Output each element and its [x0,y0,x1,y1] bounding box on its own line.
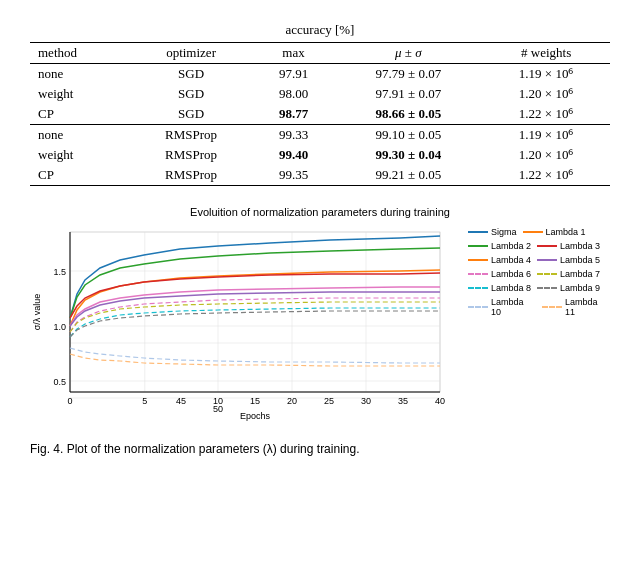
legend-line [468,245,488,247]
svg-rect-0 [70,232,440,392]
svg-text:25: 25 [324,396,334,406]
svg-text:50: 50 [213,404,223,414]
legend-item: Lambda 6 [468,269,531,279]
legend-label: Lambda 8 [491,283,531,293]
col-mu-sigma: μ ± σ [334,43,482,64]
legend-label: Lambda 1 [546,227,586,237]
legend-item: Lambda 8 [468,283,531,293]
legend-line [468,231,488,233]
svg-text:0.5: 0.5 [53,377,66,387]
legend-label: Lambda 6 [491,269,531,279]
legend-label: Lambda 5 [560,255,600,265]
table-cell: RMSProp [130,125,253,146]
legend-label: Lambda 10 [491,297,536,317]
legend-line [537,273,557,275]
chart-svg: 0.5 1.0 1.5 0 5 10 15 20 25 30 35 40 45 … [30,222,460,426]
legend-label: Lambda 11 [565,297,610,317]
legend-item: Lambda 7 [537,269,600,279]
table-cell: 99.30 ± 0.04 [334,145,482,165]
svg-text:0: 0 [67,396,72,406]
svg-text:σ/λ value: σ/λ value [32,294,42,331]
legend-line [537,287,557,289]
svg-text:Epochs: Epochs [240,411,271,421]
table-cell: CP [30,165,130,186]
accuracy-header: accuracy [%] [30,20,610,43]
figure-caption: Fig. 4. Plot of the normalization parame… [30,441,610,458]
table-cell: none [30,64,130,85]
table-cell: weight [30,145,130,165]
legend-line [523,231,543,233]
legend-line [542,306,562,308]
chart-legend: SigmaLambda 1Lambda 2Lambda 3Lambda 4Lam… [460,222,610,321]
col-optimizer: optimizer [130,43,253,64]
table-cell: none [30,125,130,146]
legend-label: Sigma [491,227,517,237]
table-cell: 1.19 × 10⁶ [482,125,610,146]
table-cell: RMSProp [130,145,253,165]
table-cell: 1.20 × 10⁶ [482,145,610,165]
table-cell: 98.77 [253,104,335,125]
results-table: accuracy [%] method optimizer max μ ± σ … [30,20,610,186]
svg-text:35: 35 [398,396,408,406]
legend-line [468,306,488,308]
table-cell: 98.66 ± 0.05 [334,104,482,125]
chart-title: Evoluition of normalization parameters d… [190,206,450,218]
legend-item: Sigma [468,227,517,237]
table-cell: 1.22 × 10⁶ [482,165,610,186]
legend-line [468,287,488,289]
svg-text:1.5: 1.5 [53,267,66,277]
table-cell: weight [30,84,130,104]
svg-text:15: 15 [250,396,260,406]
table-cell: SGD [130,84,253,104]
table-cell: 99.21 ± 0.05 [334,165,482,186]
svg-text:5: 5 [142,396,147,406]
legend-line [468,273,488,275]
legend-label: Lambda 4 [491,255,531,265]
legend-line [537,259,557,261]
legend-line [468,259,488,261]
table-cell: 97.91 ± 0.07 [334,84,482,104]
table-cell: 99.35 [253,165,335,186]
table-cell: 1.20 × 10⁶ [482,84,610,104]
table-cell: SGD [130,104,253,125]
col-weights: # weights [482,43,610,64]
legend-label: Lambda 2 [491,241,531,251]
legend-item: Lambda 11 [542,297,610,317]
legend-item: Lambda 10 [468,297,536,317]
col-method: method [30,43,130,64]
legend-item: Lambda 2 [468,241,531,251]
legend-line [537,245,557,247]
table-cell: 97.79 ± 0.07 [334,64,482,85]
svg-text:45: 45 [176,396,186,406]
table-cell: CP [30,104,130,125]
legend-item: Lambda 5 [537,255,600,265]
chart-area: 0.5 1.0 1.5 0 5 10 15 20 25 30 35 40 45 … [30,222,610,426]
svg-text:30: 30 [361,396,371,406]
table-cell: 99.33 [253,125,335,146]
svg-text:20: 20 [287,396,297,406]
svg-text:1.0: 1.0 [53,322,66,332]
legend-label: Lambda 3 [560,241,600,251]
table-cell: 98.00 [253,84,335,104]
table-cell: 1.19 × 10⁶ [482,64,610,85]
legend-item: Lambda 3 [537,241,600,251]
chart-container: Evoluition of normalization parameters d… [30,206,610,426]
table-cell: 97.91 [253,64,335,85]
legend-label: Lambda 7 [560,269,600,279]
table-cell: 99.10 ± 0.05 [334,125,482,146]
table-cell: 99.40 [253,145,335,165]
legend-item: Lambda 9 [537,283,600,293]
legend-item: Lambda 1 [523,227,586,237]
table-cell: SGD [130,64,253,85]
table-cell: 1.22 × 10⁶ [482,104,610,125]
svg-text:40: 40 [435,396,445,406]
col-max: max [253,43,335,64]
legend-item: Lambda 4 [468,255,531,265]
legend-label: Lambda 9 [560,283,600,293]
table-cell: RMSProp [130,165,253,186]
